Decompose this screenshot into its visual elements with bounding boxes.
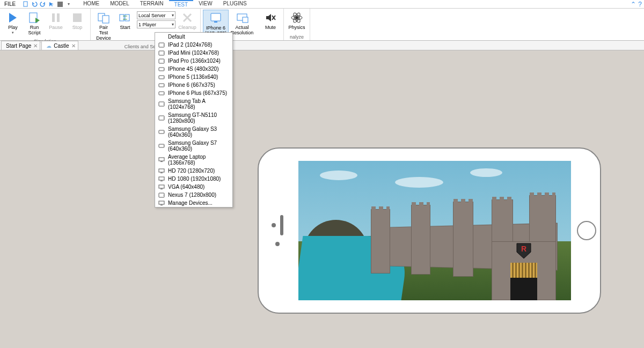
- doctab-start-page[interactable]: Start Page ✕: [1, 41, 40, 50]
- device-option[interactable]: IPad 2 (1024x768): [155, 41, 232, 49]
- run-script-button[interactable]: Run Script: [24, 10, 45, 37]
- start-button[interactable]: Start: [114, 10, 136, 32]
- players-combo[interactable]: 1 Player: [137, 20, 175, 28]
- svg-rect-9: [125, 14, 129, 21]
- device-option[interactable]: HD 720 (1280x720): [155, 167, 232, 175]
- device-option[interactable]: Samsung Galaxy S3 (640x360): [155, 125, 232, 139]
- device-option[interactable]: Samsung GT-N5110 (1280x800): [155, 111, 232, 125]
- tab-model[interactable]: MODEL: [105, 0, 135, 8]
- quick-access-toolbar: ▾: [20, 1, 75, 8]
- svg-point-29: [163, 85, 164, 85]
- monitor-icon: [158, 157, 165, 162]
- tab-plugins[interactable]: PLUGINS: [218, 0, 252, 8]
- device-option[interactable]: IPhone 5 (1136x640): [155, 73, 232, 81]
- stop-button: Stop: [67, 10, 88, 32]
- device-option-label: Samsung Tab A (1024x768): [168, 98, 229, 110]
- cloud: [395, 177, 443, 188]
- file-menu[interactable]: FILE: [0, 1, 20, 7]
- device-option-label: IPhone 6 Plus (667x375): [168, 90, 227, 96]
- tab-view[interactable]: VIEW: [193, 0, 218, 8]
- pair-test-device-button[interactable]: Pair Test Device: [93, 10, 114, 42]
- run-script-icon: [27, 11, 41, 25]
- help-icon[interactable]: ?: [638, 1, 642, 8]
- device-option-label: Nexus 7 (1280x800): [168, 192, 216, 198]
- tablet-icon: [158, 50, 165, 56]
- play-dropdown-icon[interactable]: ▾: [12, 31, 14, 35]
- ribbon-group-audio: Mute: [258, 9, 284, 40]
- device-option[interactable]: IPad Mini (1024x768): [155, 49, 232, 57]
- cleanup-icon: [180, 11, 194, 25]
- svg-rect-50: [159, 201, 164, 204]
- tablet-icon: [158, 101, 165, 107]
- tablet-icon: [158, 58, 165, 64]
- doctab-castle-label: Castle: [54, 43, 69, 49]
- device-option[interactable]: Samsung Galaxy S7 (640x360): [155, 139, 232, 153]
- device-option[interactable]: Average Laptop (1366x768): [155, 153, 232, 167]
- device-option-label: Samsung Galaxy S7 (640x360): [168, 140, 229, 152]
- device-option[interactable]: Default: [155, 33, 232, 41]
- mute-label: Mute: [265, 25, 276, 31]
- play-label: Play: [8, 25, 18, 31]
- pair-device-icon: [97, 11, 111, 25]
- castle-tower: [371, 209, 390, 273]
- collapse-ribbon-icon[interactable]: ⌃: [631, 1, 636, 8]
- device-option[interactable]: IPhone 6 (667x375): [155, 81, 232, 89]
- castle-tower: [411, 205, 430, 275]
- device-option-label: Samsung Galaxy S3 (640x360): [168, 126, 229, 138]
- device-option[interactable]: IPhone 6 Plus (667x375): [155, 89, 232, 97]
- phone-icon: [158, 66, 165, 72]
- device-dropdown[interactable]: DefaultIPad 2 (1024x768)IPad Mini (1024x…: [155, 32, 233, 208]
- resolution-icon: [235, 11, 249, 25]
- mute-button[interactable]: Mute: [260, 10, 281, 32]
- svg-text:R: R: [521, 245, 526, 253]
- svg-rect-45: [160, 181, 163, 181]
- device-option-label: IPhone 6 (667x375): [168, 82, 215, 88]
- start-label: Start: [120, 25, 130, 31]
- doctab-start-label: Start Page: [6, 43, 31, 49]
- audio-group-label: [258, 34, 283, 40]
- device-option[interactable]: Samsung Tab A (1024x768): [155, 97, 232, 111]
- ribbon-group-physics: Physics nalyze: [284, 9, 310, 40]
- pause-label: Pause: [49, 25, 63, 31]
- undo-icon[interactable]: [31, 1, 38, 8]
- phone-speaker-area: [259, 215, 296, 246]
- device-option[interactable]: VGA (640x480): [155, 183, 232, 191]
- players-combo-value: 1 Player: [138, 22, 156, 27]
- analyze-group-label: nalyze: [284, 34, 310, 40]
- svg-rect-42: [159, 169, 164, 172]
- device-option[interactable]: IPhone 4S (480x320): [155, 65, 232, 73]
- svg-point-14: [295, 16, 298, 19]
- doctab-castle[interactable]: ☁ Castle ✕: [41, 41, 78, 50]
- svg-rect-51: [160, 205, 163, 205]
- close-tab-icon[interactable]: ✕: [33, 43, 38, 49]
- color-icon[interactable]: [56, 1, 64, 8]
- run-script-label: Run Script: [28, 25, 40, 36]
- device-option[interactable]: IPad Pro (1366x1024): [155, 57, 232, 65]
- server-combo-value: Local Server: [138, 13, 166, 18]
- tab-test[interactable]: TEST: [169, 0, 194, 8]
- game-viewport[interactable]: R: [298, 161, 571, 300]
- device-option[interactable]: HD 1080 (1920x1080): [155, 175, 232, 183]
- close-tab-icon[interactable]: ✕: [71, 43, 76, 49]
- physics-button[interactable]: Physics: [286, 10, 308, 32]
- tab-home[interactable]: HOME: [78, 0, 105, 8]
- device-option-label: IPad Pro (1366x1024): [168, 58, 221, 64]
- phone-sensor-icon: [275, 242, 280, 246]
- tablet-icon: [158, 115, 165, 121]
- svg-rect-5: [73, 13, 82, 22]
- tab-terrain[interactable]: TERRAIN: [135, 0, 169, 8]
- new-icon[interactable]: [22, 1, 30, 8]
- svg-point-21: [163, 53, 164, 53]
- play-button[interactable]: Play ▾: [2, 10, 24, 36]
- device-option[interactable]: Manage Devices...: [155, 199, 232, 207]
- qat-dropdown-icon[interactable]: ▾: [65, 1, 72, 8]
- redo-icon[interactable]: [39, 1, 47, 8]
- play-icon: [6, 11, 20, 25]
- ribbon: Play ▾ Run Script Pause Stop Simulation …: [0, 9, 644, 41]
- select-icon[interactable]: [48, 1, 55, 8]
- svg-rect-0: [24, 2, 27, 6]
- phone-icon: [158, 83, 165, 88]
- device-option[interactable]: Nexus 7 (1280x800): [155, 191, 232, 199]
- physics-label: Physics: [288, 25, 305, 31]
- server-combo[interactable]: Local Server: [137, 11, 175, 19]
